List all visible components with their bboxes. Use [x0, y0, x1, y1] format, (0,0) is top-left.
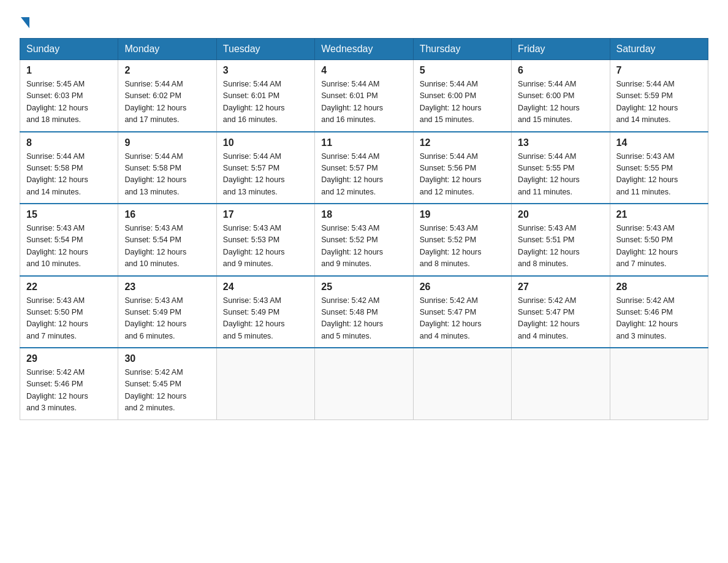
calendar-cell: 9Sunrise: 5:44 AMSunset: 5:58 PMDaylight…: [118, 132, 216, 204]
day-number: 28: [616, 282, 702, 293]
day-info: Sunrise: 5:42 AMSunset: 5:46 PMDaylight:…: [26, 367, 112, 415]
day-info: Sunrise: 5:45 AMSunset: 6:03 PMDaylight:…: [26, 79, 112, 126]
day-info: Sunrise: 5:43 AMSunset: 5:50 PMDaylight:…: [616, 223, 702, 270]
day-info: Sunrise: 5:44 AMSunset: 6:02 PMDaylight:…: [124, 79, 210, 126]
day-info: Sunrise: 5:43 AMSunset: 5:55 PMDaylight:…: [616, 151, 702, 199]
day-info: Sunrise: 5:43 AMSunset: 5:51 PMDaylight:…: [518, 223, 603, 270]
calendar-cell: 13Sunrise: 5:44 AMSunset: 5:55 PMDayligh…: [512, 132, 610, 204]
day-number: 19: [420, 209, 505, 220]
day-info: Sunrise: 5:44 AMSunset: 6:01 PMDaylight:…: [321, 79, 406, 126]
calendar-cell: 3Sunrise: 5:44 AMSunset: 6:01 PMDaylight…: [216, 60, 314, 132]
calendar-week-1: 1Sunrise: 5:45 AMSunset: 6:03 PMDaylight…: [20, 60, 708, 132]
day-info: Sunrise: 5:44 AMSunset: 6:00 PMDaylight:…: [518, 79, 603, 126]
header-sunday: Sunday: [20, 39, 118, 60]
calendar-cell: 7Sunrise: 5:44 AMSunset: 5:59 PMDaylight…: [610, 60, 708, 132]
calendar-cell: 8Sunrise: 5:44 AMSunset: 5:58 PMDaylight…: [20, 132, 118, 204]
day-info: Sunrise: 5:44 AMSunset: 6:01 PMDaylight:…: [223, 79, 308, 126]
calendar-cell: 28Sunrise: 5:42 AMSunset: 5:46 PMDayligh…: [610, 276, 708, 348]
calendar-cell: 29Sunrise: 5:42 AMSunset: 5:46 PMDayligh…: [20, 348, 118, 419]
day-number: 18: [321, 209, 406, 220]
calendar-cell: 16Sunrise: 5:43 AMSunset: 5:54 PMDayligh…: [118, 204, 216, 276]
day-number: 3: [223, 65, 308, 76]
day-number: 12: [420, 137, 505, 148]
calendar-cell: [413, 348, 511, 419]
day-info: Sunrise: 5:44 AMSunset: 5:55 PMDaylight:…: [518, 151, 603, 199]
header-friday: Friday: [512, 39, 610, 60]
day-number: 10: [223, 137, 308, 148]
calendar-cell: 17Sunrise: 5:43 AMSunset: 5:53 PMDayligh…: [216, 204, 314, 276]
day-number: 23: [124, 282, 210, 293]
calendar-cell: 22Sunrise: 5:43 AMSunset: 5:50 PMDayligh…: [20, 276, 118, 348]
calendar-cell: 20Sunrise: 5:43 AMSunset: 5:51 PMDayligh…: [512, 204, 610, 276]
day-number: 24: [223, 282, 308, 293]
day-info: Sunrise: 5:43 AMSunset: 5:50 PMDaylight:…: [26, 295, 112, 343]
header-thursday: Thursday: [413, 39, 511, 60]
day-number: 8: [26, 137, 112, 148]
day-number: 5: [420, 65, 505, 76]
day-number: 11: [321, 137, 406, 148]
calendar-cell: 26Sunrise: 5:42 AMSunset: 5:47 PMDayligh…: [413, 276, 511, 348]
calendar-cell: 4Sunrise: 5:44 AMSunset: 6:01 PMDaylight…: [315, 60, 413, 132]
day-number: 1: [26, 65, 112, 76]
day-number: 9: [124, 137, 210, 148]
calendar-cell: 6Sunrise: 5:44 AMSunset: 6:00 PMDaylight…: [512, 60, 610, 132]
calendar-cell: 27Sunrise: 5:42 AMSunset: 5:47 PMDayligh…: [512, 276, 610, 348]
calendar-cell: [216, 348, 314, 419]
day-info: Sunrise: 5:43 AMSunset: 5:54 PMDaylight:…: [124, 223, 210, 270]
day-number: 4: [321, 65, 406, 76]
calendar-week-3: 15Sunrise: 5:43 AMSunset: 5:54 PMDayligh…: [20, 204, 708, 276]
day-number: 22: [26, 282, 112, 293]
day-number: 13: [518, 137, 603, 148]
day-number: 2: [124, 65, 210, 76]
calendar-cell: 15Sunrise: 5:43 AMSunset: 5:54 PMDayligh…: [20, 204, 118, 276]
logo: [20, 15, 29, 28]
calendar-cell: [315, 348, 413, 419]
calendar-cell: 2Sunrise: 5:44 AMSunset: 6:02 PMDaylight…: [118, 60, 216, 132]
calendar-cell: 12Sunrise: 5:44 AMSunset: 5:56 PMDayligh…: [413, 132, 511, 204]
calendar-cell: 14Sunrise: 5:43 AMSunset: 5:55 PMDayligh…: [610, 132, 708, 204]
calendar-cell: 5Sunrise: 5:44 AMSunset: 6:00 PMDaylight…: [413, 60, 511, 132]
header-saturday: Saturday: [610, 39, 708, 60]
calendar-week-4: 22Sunrise: 5:43 AMSunset: 5:50 PMDayligh…: [20, 276, 708, 348]
page-header: [20, 15, 708, 28]
day-info: Sunrise: 5:43 AMSunset: 5:53 PMDaylight:…: [223, 223, 308, 270]
day-number: 29: [26, 353, 112, 364]
day-number: 20: [518, 209, 603, 220]
calendar-week-2: 8Sunrise: 5:44 AMSunset: 5:58 PMDaylight…: [20, 132, 708, 204]
day-number: 21: [616, 209, 702, 220]
day-info: Sunrise: 5:42 AMSunset: 5:47 PMDaylight:…: [420, 295, 505, 343]
day-number: 15: [26, 209, 112, 220]
calendar-cell: 11Sunrise: 5:44 AMSunset: 5:57 PMDayligh…: [315, 132, 413, 204]
calendar-cell: 21Sunrise: 5:43 AMSunset: 5:50 PMDayligh…: [610, 204, 708, 276]
day-number: 16: [124, 209, 210, 220]
day-number: 27: [518, 282, 603, 293]
calendar-header-row: SundayMondayTuesdayWednesdayThursdayFrid…: [20, 39, 708, 60]
day-number: 6: [518, 65, 603, 76]
calendar-cell: 10Sunrise: 5:44 AMSunset: 5:57 PMDayligh…: [216, 132, 314, 204]
calendar-cell: 23Sunrise: 5:43 AMSunset: 5:49 PMDayligh…: [118, 276, 216, 348]
calendar-cell: 19Sunrise: 5:43 AMSunset: 5:52 PMDayligh…: [413, 204, 511, 276]
header-wednesday: Wednesday: [315, 39, 413, 60]
day-info: Sunrise: 5:44 AMSunset: 5:58 PMDaylight:…: [26, 151, 112, 199]
calendar-cell: [610, 348, 708, 419]
calendar-cell: [512, 348, 610, 419]
day-info: Sunrise: 5:43 AMSunset: 5:52 PMDaylight:…: [420, 223, 505, 270]
calendar-cell: 18Sunrise: 5:43 AMSunset: 5:52 PMDayligh…: [315, 204, 413, 276]
day-info: Sunrise: 5:43 AMSunset: 5:49 PMDaylight:…: [223, 295, 308, 343]
day-info: Sunrise: 5:43 AMSunset: 5:49 PMDaylight:…: [124, 295, 210, 343]
day-info: Sunrise: 5:44 AMSunset: 6:00 PMDaylight:…: [420, 79, 505, 126]
day-info: Sunrise: 5:44 AMSunset: 5:58 PMDaylight:…: [124, 151, 210, 199]
day-number: 30: [124, 353, 210, 364]
day-info: Sunrise: 5:42 AMSunset: 5:45 PMDaylight:…: [124, 367, 210, 415]
day-info: Sunrise: 5:43 AMSunset: 5:54 PMDaylight:…: [26, 223, 112, 270]
logo-arrow-icon: [21, 17, 29, 28]
day-info: Sunrise: 5:42 AMSunset: 5:47 PMDaylight:…: [518, 295, 603, 343]
calendar-cell: 1Sunrise: 5:45 AMSunset: 6:03 PMDaylight…: [20, 60, 118, 132]
calendar-cell: 30Sunrise: 5:42 AMSunset: 5:45 PMDayligh…: [118, 348, 216, 419]
calendar-week-5: 29Sunrise: 5:42 AMSunset: 5:46 PMDayligh…: [20, 348, 708, 419]
day-info: Sunrise: 5:42 AMSunset: 5:48 PMDaylight:…: [321, 295, 406, 343]
header-monday: Monday: [118, 39, 216, 60]
day-number: 25: [321, 282, 406, 293]
calendar-cell: 24Sunrise: 5:43 AMSunset: 5:49 PMDayligh…: [216, 276, 314, 348]
calendar-table: SundayMondayTuesdayWednesdayThursdayFrid…: [20, 38, 708, 420]
